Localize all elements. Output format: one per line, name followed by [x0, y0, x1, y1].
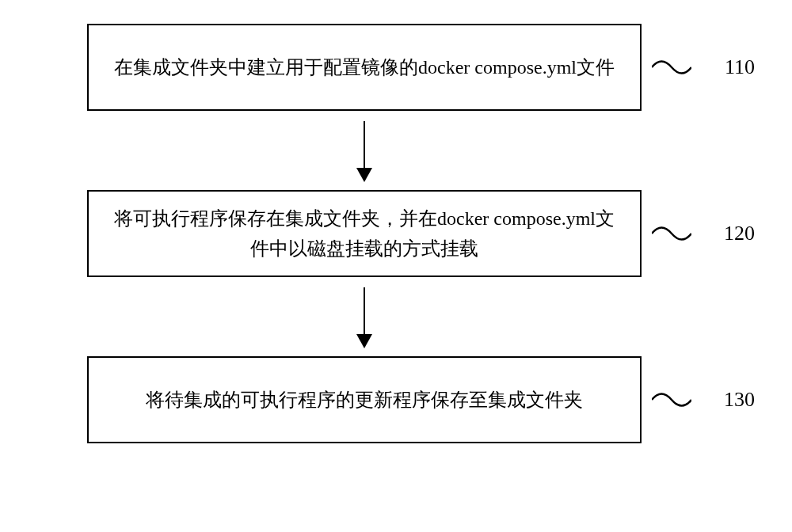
- step-1-label: 110: [725, 51, 755, 84]
- step-3-label: 130: [724, 383, 755, 416]
- arrow-down-icon: [364, 287, 366, 347]
- flowchart-container: 在集成文件夹中建立用于配置镜像的docker compose.yml文件 110…: [0, 0, 792, 532]
- flow-step-1: 在集成文件夹中建立用于配置镜像的docker compose.yml文件 110: [87, 24, 642, 111]
- arrow-2-container: [364, 277, 366, 356]
- step-1-text: 在集成文件夹中建立用于配置镜像的docker compose.yml文件: [114, 52, 615, 82]
- connector-curve-2: [652, 218, 691, 249]
- step-3-text: 将待集成的可执行程序的更新程序保存至集成文件夹: [146, 385, 583, 415]
- arrow-down-icon: [364, 121, 366, 180]
- step-2-text: 将可执行程序保存在集成文件夹，并在docker compose.yml文件中以磁…: [112, 203, 616, 264]
- connector-curve-3: [652, 384, 691, 416]
- flow-step-2: 将可执行程序保存在集成文件夹，并在docker compose.yml文件中以磁…: [87, 190, 642, 277]
- connector-curve-1: [652, 51, 691, 83]
- arrow-1-container: [364, 111, 366, 190]
- step-2-label: 120: [724, 217, 755, 250]
- flow-step-3: 将待集成的可执行程序的更新程序保存至集成文件夹 130: [87, 356, 642, 443]
